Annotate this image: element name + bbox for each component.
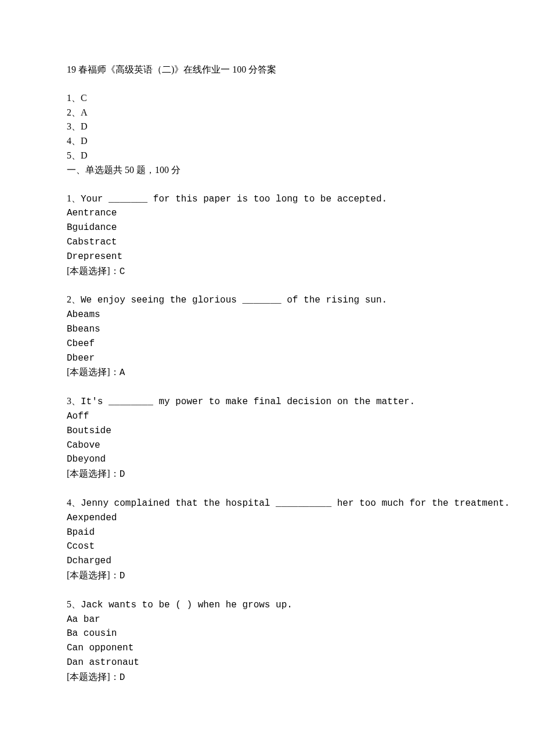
option-text: beyond	[73, 454, 106, 465]
option-text: expended	[73, 513, 117, 523]
option-letter: A	[67, 309, 73, 320]
question-stem: Your _______ for this paper is too long …	[81, 194, 387, 204]
option-letter: B	[67, 527, 73, 538]
option-text: beer	[73, 353, 95, 363]
option-text: represent	[73, 251, 122, 262]
question-number: 5	[67, 599, 71, 609]
option-c: Can opponent	[67, 641, 467, 656]
question-stem: We enjoy seeing the glorious _______ of …	[81, 295, 387, 305]
question-text: 1、Your _______ for this paper is too lon…	[67, 192, 467, 207]
answer-label: [本题选择]：	[67, 266, 120, 276]
question-number: 1	[67, 193, 71, 203]
option-c: Cabstract	[67, 235, 467, 250]
option-letter: B	[67, 628, 73, 639]
option-letter: C	[67, 237, 73, 247]
option-d: Dcharged	[67, 554, 467, 568]
option-b: Ba cousin	[67, 627, 467, 641]
question-text: 2、We enjoy seeing the glorious _______ o…	[67, 293, 467, 308]
option-c: Ccost	[67, 539, 467, 554]
option-text: a bar	[73, 614, 100, 625]
option-a: Aentrance	[67, 206, 467, 221]
answer-label: [本题选择]：	[67, 469, 120, 478]
question-number: 2	[67, 294, 71, 304]
summary-line: 3、D	[67, 120, 467, 134]
option-letter: A	[67, 614, 73, 625]
answer-label: [本题选择]：	[67, 367, 120, 377]
answer-line: [本题选择]：D	[67, 568, 467, 584]
answer-value: D	[120, 571, 125, 581]
option-text: beef	[73, 339, 95, 349]
option-d: Drepresent	[67, 250, 467, 264]
question-3: 3、It's ________ my power to make final d…	[67, 394, 467, 482]
option-d: Dan astronaut	[67, 656, 467, 670]
question-1: 1、Your _______ for this paper is too lon…	[67, 192, 467, 279]
option-text: guidance	[73, 222, 117, 233]
option-text: a cousin	[73, 628, 117, 639]
option-letter: A	[67, 208, 73, 218]
question-number: 4	[67, 498, 71, 507]
option-d: Dbeer	[67, 351, 467, 366]
option-text: beams	[73, 309, 100, 320]
question-text: 5、Jack wants to be ( ) when he grows up.	[67, 597, 467, 613]
option-a: Aexpended	[67, 511, 467, 525]
option-text: paid	[73, 527, 95, 538]
option-b: Bbeans	[67, 322, 467, 337]
option-letter: D	[67, 454, 73, 465]
option-letter: A	[67, 411, 73, 422]
question-text: 3、It's ________ my power to make final d…	[67, 394, 467, 409]
answer-value: D	[120, 469, 125, 480]
answer-summary-block: 1、C 2、A 3、D 4、D 5、D 一、单选题共 50 题，100 分	[67, 91, 467, 178]
answer-value: D	[120, 672, 125, 683]
option-text: outside	[73, 426, 111, 436]
answer-line: [本题选择]：C	[67, 264, 467, 279]
option-a: Abeams	[67, 308, 467, 322]
question-text: 4、Jenny complained that the hospital ___…	[67, 496, 467, 511]
question-5: 5、Jack wants to be ( ) when he grows up.…	[67, 597, 467, 685]
answer-line: [本题选择]：D	[67, 467, 467, 482]
option-a: Aa bar	[67, 613, 467, 627]
option-text: off	[73, 411, 89, 422]
option-a: Aoff	[67, 409, 467, 424]
option-letter: B	[67, 324, 73, 334]
summary-line: 4、D	[67, 134, 467, 149]
summary-line: 1、C	[67, 91, 467, 106]
answer-label: [本题选择]：	[67, 672, 120, 682]
option-text: charged	[73, 556, 111, 566]
summary-line: 2、A	[67, 106, 467, 120]
option-letter: C	[67, 339, 73, 349]
option-c: Cbeef	[67, 337, 467, 351]
question-stem: It's ________ my power to make final dec…	[81, 397, 415, 407]
answer-value: C	[120, 267, 125, 277]
option-b: Boutside	[67, 424, 467, 438]
option-text: abstract	[73, 237, 117, 247]
option-letter: D	[67, 251, 73, 262]
document-title: 19 春福师《高级英语（二)》在线作业一 100 分答案	[67, 63, 467, 77]
option-letter: D	[67, 657, 73, 668]
document-page: 19 春福师《高级英语（二)》在线作业一 100 分答案 1、C 2、A 3、D…	[0, 0, 534, 756]
question-number: 3	[67, 396, 71, 406]
option-text: entrance	[73, 208, 117, 218]
option-text: an astronaut	[73, 657, 139, 668]
option-c: Cabove	[67, 438, 467, 453]
summary-line: 5、D	[67, 149, 467, 163]
question-4: 4、Jenny complained that the hospital ___…	[67, 496, 467, 584]
option-text: above	[73, 440, 100, 451]
option-d: Dbeyond	[67, 452, 467, 467]
section-header: 一、单选题共 50 题，100 分	[67, 163, 467, 178]
option-letter: A	[67, 513, 73, 523]
answer-value: A	[120, 368, 125, 378]
option-letter: B	[67, 222, 73, 233]
option-b: Bpaid	[67, 525, 467, 540]
option-letter: D	[67, 353, 73, 363]
answer-label: [本题选择]：	[67, 570, 120, 580]
question-stem: Jenny complained that the hospital _____…	[81, 498, 510, 509]
question-stem: Jack wants to be ( ) when he grows up.	[81, 600, 293, 610]
option-letter: D	[67, 556, 73, 566]
question-2: 2、We enjoy seeing the glorious _______ o…	[67, 293, 467, 380]
option-text: beans	[73, 324, 100, 334]
option-letter: C	[67, 440, 73, 451]
answer-line: [本题选择]：D	[67, 670, 467, 685]
option-letter: B	[67, 426, 73, 436]
option-text: an opponent	[73, 643, 134, 653]
option-letter: C	[67, 541, 73, 552]
